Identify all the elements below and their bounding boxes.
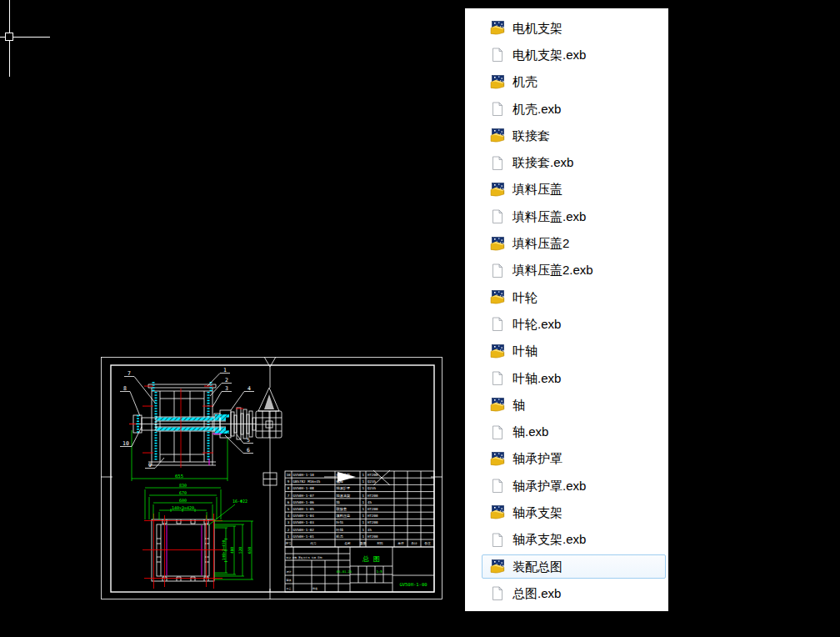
callout-2: 2 [225,377,228,384]
file-item[interactable]: 轴承护罩 [465,446,668,473]
exb-document-icon [490,371,505,386]
bom-text: 1 [362,520,365,524]
plan-magenta-lines [167,525,202,575]
file-item[interactable]: 电机支架.exb [465,42,668,68]
exb-document-icon [490,48,505,63]
exb-document-icon [490,156,505,171]
title-block: 总 图 1:5 GV50H-1-00 05.01.25 标记 处数 更改文件号 … [285,547,434,592]
file-item[interactable]: 叶轴.exb [465,365,668,392]
file-item[interactable]: 总图.exb [465,580,668,607]
bom-text: 轴 [337,500,340,504]
bom-text: GV50H-1-08 [293,486,315,490]
file-name: 轴 [512,398,525,414]
file-item[interactable]: 叶轴 [465,339,668,365]
file-item[interactable]: 轴承护罩.exb [465,473,668,499]
plan-centerlines [142,514,226,589]
file-item[interactable]: 填料压盖.exb [465,203,668,230]
bom-text: 名称 [344,541,351,545]
bom-text: GV50H-1-07 [293,494,315,498]
bom-text: 代号 [310,541,317,545]
file-item[interactable]: 填料压盖2.exb [465,258,668,284]
file-item[interactable]: 叶轮 [465,284,668,311]
file-item[interactable]: 轴承支架 [465,499,668,526]
caxa-exb-file-icon [490,21,505,36]
bom-text: Q235 [368,486,377,490]
plan-top-dimensions: 830 670 600 140×3=420 16-Φ22 [145,483,248,526]
file-name: 电机支架.exb [512,48,586,63]
title-block-date: 05.01.25 [337,569,352,574]
bom-table: 10GV50H-1-10电机支架1HT2009GB5782 M16×45螺栓1Q… [285,470,434,547]
exb-document-icon [490,317,505,332]
dim-plan-520: 520 [238,547,242,554]
dim-plan-650: 650 [248,547,252,554]
callout-5: 5 [247,437,250,444]
file-item[interactable]: 联接套 [465,123,668,149]
bom-text: 轴承护罩 [337,486,352,490]
caxa-exb-file-icon [490,452,505,467]
file-item[interactable]: 填料压盖 [465,177,668,203]
file-list-panel: 电机支架 电机支架.exb 机壳 机壳.exb 联接套 联接套.exb [465,8,668,611]
bom-text: 备注 [424,541,431,545]
exb-document-icon [490,263,505,278]
caxa-exb-file-icon [490,398,505,413]
bom-text: 5 [288,507,290,511]
bom-text: HT200 [368,507,378,511]
file-item[interactable]: 联接套.exb [465,149,668,176]
dim-plan-480: 480 [230,547,234,554]
bom-text: 45 [368,528,372,532]
bom-text: 2 [288,528,290,532]
dim-plan-670: 670 [179,490,187,495]
plan-right-dimensions: 140×3=450 480 520 650 [214,521,253,579]
bom-text: 数量 [360,541,367,545]
bom-text: 1 [362,528,365,532]
bom-text: 1 [362,473,365,477]
drawing-number: GV50H-1-00 [399,582,427,587]
bom-text: 1 [362,500,365,504]
bom-text: GV50H-1-05 [293,507,315,511]
file-name: 机壳.exb [512,102,561,118]
file-name: 电机支架 [512,21,562,37]
caxa-exb-file-icon [490,183,505,198]
bom-text: 10 [286,473,291,477]
file-item-selected[interactable]: 装配总图 [465,554,668,580]
magenta-marks [209,434,222,465]
exb-document-icon [490,102,505,117]
caxa-exb-file-icon [490,505,505,520]
cad-canvas[interactable]: 655 1 2 3 4 5 6 7 8 9 [0,0,840,637]
bom-text: 单件 [398,541,404,545]
file-item[interactable]: 轴承支架.exb [465,527,668,554]
bom-text: 1 [362,534,365,539]
file-item[interactable]: 填料压盖2 [465,230,668,257]
callout-8: 8 [123,385,127,392]
callout-1: 1 [223,367,227,374]
file-item[interactable]: 叶轮.exb [465,311,668,338]
exb-document-icon [490,425,505,440]
file-name: 联接套.exb [512,155,573,171]
file-name: 填料压盖2.exb [512,263,593,278]
file-item[interactable]: 机壳 [465,69,668,96]
bom-text: HT200 [368,494,378,498]
main-assembly-view: 655 1 2 3 4 5 6 7 8 9 [120,367,282,592]
file-name: 轴承支架 [512,505,562,521]
bom-text: 1 [362,514,365,518]
bom-text: 填料压盖 [336,514,352,518]
bom-text: 9 [288,479,290,484]
file-name: 轴.exb [512,424,548,440]
bom-text: 45 [368,500,372,504]
file-item[interactable]: 电机支架 [465,15,668,42]
file-item[interactable]: 轴 [465,392,668,419]
callout-3: 3 [225,385,228,392]
bom-text: 批准 [312,587,318,590]
bom-text: 1 [362,479,365,484]
bom-text: 轴承支架 [337,494,352,498]
file-item[interactable]: 轴.exb [465,419,668,445]
file-name: 叶轴.exb [512,371,561,387]
file-item[interactable]: 机壳.exb [465,96,668,123]
bom-text: HT200 [368,534,378,539]
bom-text: 6 [288,500,290,504]
bom-text: GV50H-1-06 [293,500,315,504]
bom-text: 材料 [377,541,383,545]
bom-text: Q235 [368,479,377,484]
coupling [231,408,256,439]
bom-text: 机壳 [336,534,343,539]
